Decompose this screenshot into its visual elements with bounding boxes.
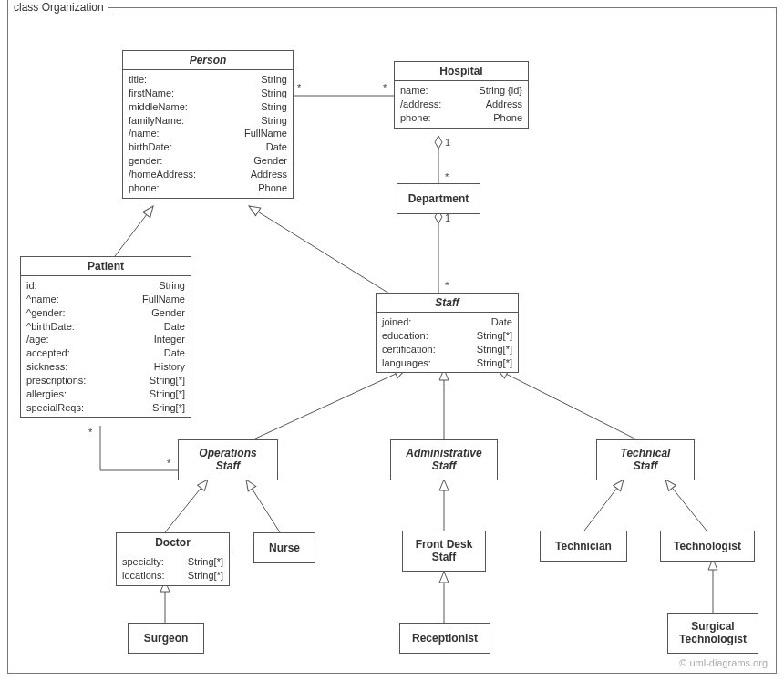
class-title: Department (397, 190, 480, 208)
mult-patient-ops-right: * (167, 458, 170, 469)
mult-dept-staff-top: 1 (445, 212, 450, 223)
class-attrs: joined:Date education:String[*] certific… (377, 313, 518, 372)
mult-person-hospital-left: * (297, 82, 301, 93)
class-hospital: Hospital name:String {id} /address:Addre… (394, 61, 529, 129)
class-title: Staff (377, 294, 518, 313)
class-technologist: Technologist (660, 531, 755, 562)
class-title: Front DeskStaff (403, 535, 485, 567)
class-title: Receptionist (400, 629, 490, 647)
class-title: SurgicalTechnologist (668, 617, 758, 649)
class-attrs: specialty:String[*] locations:String[*] (117, 552, 229, 585)
class-surgical-tech: SurgicalTechnologist (667, 613, 758, 654)
class-department: Department (397, 183, 480, 214)
mult-dept-staff-bottom: * (445, 280, 449, 291)
mult-hospital-dept-bottom: * (445, 171, 449, 182)
class-technical-staff: TechnicalStaff (596, 439, 695, 480)
class-title: Surgeon (129, 629, 203, 647)
class-title: Technologist (661, 537, 754, 555)
class-title: Doctor (117, 533, 229, 552)
class-attrs: name:String {id} /address:Address phone:… (395, 81, 528, 128)
class-title: Hospital (395, 62, 528, 81)
class-attrs: id:String ^name:FullName ^gender:Gender … (21, 276, 191, 417)
class-front-desk: Front DeskStaff (402, 531, 486, 572)
class-staff: Staff joined:Date education:String[*] ce… (376, 293, 519, 373)
class-receptionist: Receptionist (399, 623, 490, 654)
uml-canvas: class Organization (0, 0, 784, 681)
class-person: Person title:String firstName:String mid… (122, 50, 294, 199)
class-title: TechnicalStaff (597, 444, 694, 476)
class-admin-staff: AdministrativeStaff (390, 439, 498, 480)
class-title: Patient (21, 257, 191, 276)
class-surgeon: Surgeon (128, 623, 204, 654)
package-title: class Organization (7, 0, 114, 15)
class-attrs: title:String firstName:String middleName… (123, 70, 293, 198)
mult-person-hospital-right: * (383, 82, 387, 93)
class-title: Nurse (254, 539, 315, 557)
mult-hospital-dept-top: 1 (445, 137, 450, 148)
class-title: Person (123, 51, 293, 70)
class-title: Technician (541, 537, 626, 555)
watermark: © uml-diagrams.org (679, 657, 768, 668)
mult-patient-ops-left: * (88, 427, 92, 438)
class-nurse: Nurse (253, 532, 315, 563)
class-doctor: Doctor specialty:String[*] locations:Str… (116, 532, 230, 586)
class-operations-staff: OperationsStaff (178, 439, 278, 480)
class-patient: Patient id:String ^name:FullName ^gender… (20, 256, 191, 418)
class-technician: Technician (540, 531, 627, 562)
class-title: AdministrativeStaff (391, 444, 497, 476)
class-title: OperationsStaff (179, 444, 277, 476)
